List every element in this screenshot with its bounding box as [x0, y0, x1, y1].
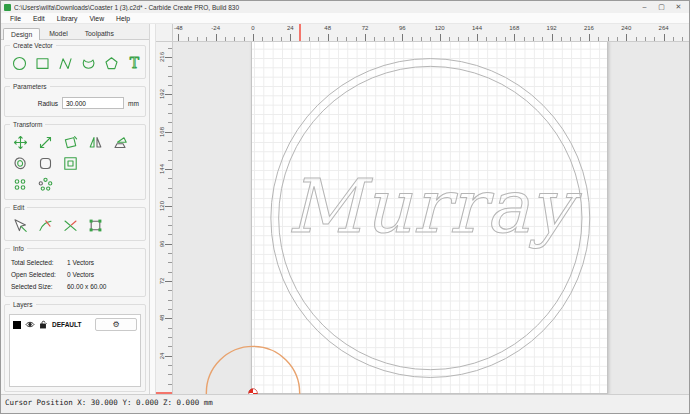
ruler-x-label: 240 [611, 25, 641, 31]
tool-trim-curve-icon[interactable] [36, 216, 55, 235]
info-open-selected-value: 0 Vectors [67, 271, 94, 278]
parameters-title: Parameters [10, 83, 50, 90]
ruler-y-label: 24 [159, 349, 169, 363]
ruler-tick [168, 160, 172, 161]
ruler-tick [168, 253, 172, 254]
tool-circle-icon[interactable] [11, 54, 28, 73]
ruler-tick [168, 66, 172, 67]
ruler-tick [168, 262, 172, 263]
ruler-x-label: 120 [425, 25, 455, 31]
edit-group: Edit [4, 207, 146, 241]
tool-scale-icon[interactable] [36, 133, 55, 152]
ruler-tick [309, 37, 310, 41]
ruler-tick [168, 188, 172, 189]
ruler-tick [234, 37, 235, 41]
ruler-tick [356, 37, 357, 41]
ruler-tick [412, 37, 413, 41]
menu-library[interactable]: Library [51, 13, 84, 24]
layers-title: Layers [10, 301, 36, 308]
tool-polygon-icon[interactable] [103, 54, 120, 73]
minimize-button[interactable]: – [636, 1, 653, 13]
tool-shear-icon[interactable] [111, 133, 130, 152]
ruler-tick [168, 178, 172, 179]
layer-lock-icon[interactable] [39, 320, 48, 329]
tool-text-icon[interactable]: T [126, 54, 143, 73]
tool-rotate-icon[interactable] [61, 133, 80, 152]
ruler-tick [654, 37, 655, 41]
layer-settings-gear-button[interactable]: ⚙ [95, 318, 137, 331]
ruler-y-label: 120 [159, 199, 169, 213]
ruler-tick [168, 216, 172, 217]
menu-bar: FileEditLibraryViewHelp [1, 13, 689, 24]
cursor-x-marker [299, 24, 301, 41]
layer-color-swatch[interactable] [13, 321, 21, 329]
create-vector-tools: T [9, 53, 141, 74]
ruler-tick [178, 34, 179, 41]
panel-tabs: DesignModelToolpaths [1, 24, 149, 40]
tool-fillet-icon[interactable] [36, 154, 55, 173]
ruler-tick [430, 37, 431, 41]
ruler-tick [262, 37, 263, 41]
radius-input[interactable] [62, 97, 124, 109]
tab-toolpaths[interactable]: Toolpaths [77, 27, 122, 39]
vertical-ruler: 21619216814412096724824 [156, 42, 173, 394]
menu-edit[interactable]: Edit [27, 13, 51, 24]
ruler-tick [318, 37, 319, 41]
tool-move-icon[interactable] [11, 133, 30, 152]
ruler-tick [346, 37, 347, 41]
tool-resize-icon[interactable] [86, 216, 105, 235]
ruler-tick [168, 290, 172, 291]
drawing-viewport[interactable]: Murray [173, 42, 689, 394]
tool-node-edit-icon[interactable] [11, 216, 30, 235]
ruler-tick [589, 34, 590, 41]
edit-title: Edit [10, 204, 27, 211]
title-bar: C:\Users\wilfa\Downloads\Coaster 1 (3).c… [1, 1, 689, 13]
ruler-tick [168, 300, 172, 301]
layer-name: DEFAULT [52, 321, 91, 328]
tool-mirror-icon[interactable] [86, 133, 105, 152]
ruler-tick [374, 37, 375, 41]
ruler-tick [168, 85, 172, 86]
design-panel: DesignModelToolpaths Create Vector T Par… [1, 24, 150, 394]
ruler-tick [206, 37, 207, 41]
ruler-y-label: 96 [159, 237, 169, 251]
ruler-x-label: 48 [313, 25, 343, 31]
ruler-y-label: 168 [159, 125, 169, 139]
ruler-tick [168, 309, 172, 310]
tab-design[interactable]: Design [3, 28, 40, 40]
ruler-y-label: 144 [159, 162, 169, 176]
menu-help[interactable]: Help [110, 13, 136, 24]
app-icon [4, 4, 11, 11]
menu-view[interactable]: View [83, 13, 110, 24]
tool-nest-icon[interactable] [61, 154, 80, 173]
tool-curve-icon[interactable] [80, 54, 97, 73]
menu-file[interactable]: File [4, 13, 27, 24]
ruler-y-label: 48 [159, 311, 169, 325]
ruler-x-label: 144 [462, 25, 492, 31]
tool-array-grid-icon[interactable] [11, 175, 30, 194]
maximize-button[interactable]: ▢ [653, 1, 670, 13]
info-group: Info Total Selected:1 Vectors Open Selec… [4, 248, 146, 297]
layer-row[interactable]: DEFAULT⚙ [10, 315, 140, 334]
ruler-tick [645, 37, 646, 41]
ruler-tick [253, 34, 254, 41]
ruler-corner [156, 24, 173, 42]
tool-rectangle-icon[interactable] [34, 54, 51, 73]
ruler-tick [608, 37, 609, 41]
tool-offset-icon[interactable] [11, 154, 30, 173]
ruler-tick [561, 37, 562, 41]
layer-visibility-eye-icon[interactable] [25, 320, 35, 329]
close-button[interactable]: ✕ [670, 1, 687, 13]
app-window: C:\Users\wilfa\Downloads\Coaster 1 (3).c… [0, 0, 690, 414]
ruler-tick [244, 37, 245, 41]
ruler-tick [281, 37, 282, 41]
ruler-tick [168, 337, 172, 338]
create-vector-title: Create Vector [10, 42, 56, 49]
tab-model[interactable]: Model [41, 27, 76, 39]
tool-cut-intersect-icon[interactable] [61, 216, 80, 235]
cursor-y-marker [156, 392, 172, 394]
ruler-tick [168, 197, 172, 198]
tool-polyline-icon[interactable] [57, 54, 74, 73]
ruler-x-label: 96 [387, 25, 417, 31]
tool-array-circular-icon[interactable] [36, 175, 55, 194]
